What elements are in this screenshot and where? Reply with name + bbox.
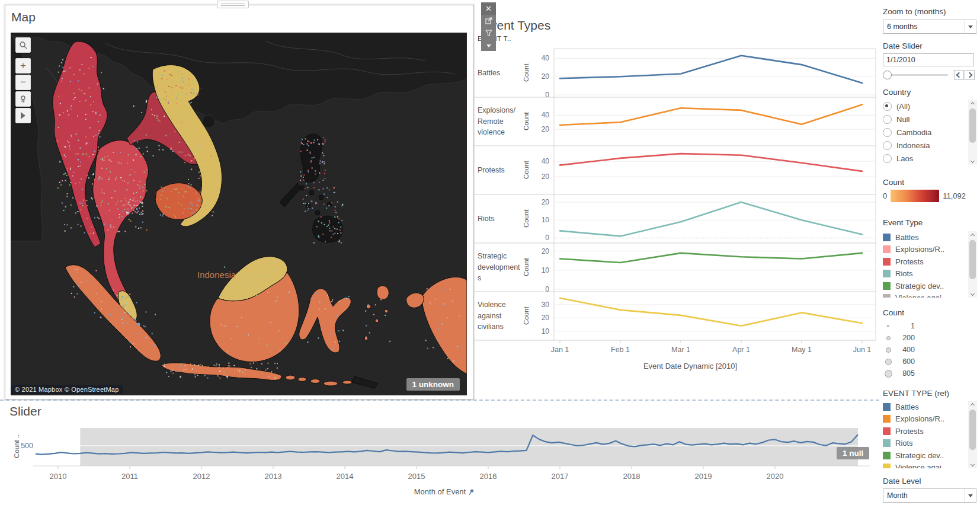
chevron-right-icon [967,72,973,78]
line-violence-against-civilians[interactable] [560,298,862,326]
legend-item-explosions-r-[interactable]: Explosions/R.. [883,244,965,256]
svg-text:Mar 1: Mar 1 [671,346,690,354]
radio-option-null[interactable]: Null [883,113,965,126]
dropdown-button[interactable] [965,489,976,502]
radio-button[interactable] [883,102,892,111]
line-battles[interactable] [560,56,862,83]
legend-item-protests[interactable]: Protests [883,425,965,437]
legend-item-violence-agai-[interactable]: Violence agai.. [883,462,965,469]
export-button[interactable] [481,15,496,27]
scroll-up-button[interactable] [968,231,977,239]
svg-text:10: 10 [542,327,550,336]
export-icon [485,17,492,24]
radio-option-all[interactable]: (All) [883,100,965,113]
size-label: 400 [897,346,915,354]
legend-swatch [883,258,891,266]
legend-item-protests[interactable]: Protests [883,255,965,268]
legend-swatch [883,427,891,435]
radio-button[interactable] [883,141,892,150]
svg-text:40: 40 [542,54,550,62]
slider-track[interactable] [884,74,948,76]
chevron-up-icon [971,101,975,106]
scroll-down-button[interactable] [968,460,977,468]
null-count-badge[interactable]: 1 null [837,447,869,459]
unknown-count-badge[interactable]: 1 unknown [406,378,460,391]
selection-band [80,428,858,466]
scrollbar-thumb[interactable] [969,240,976,279]
close-button[interactable]: ✕ [481,2,496,15]
legend-swatch [883,415,891,423]
more-options-button[interactable] [481,39,496,52]
line-protests[interactable] [560,154,862,171]
map-viewport[interactable]: Indonesia + − © 2021 Mapbox © OpenStreet… [11,33,467,395]
legend-item-strategic-dev-[interactable]: Strategic dev.. [883,449,965,462]
step-forward-button[interactable] [965,70,975,80]
slider-thumb[interactable] [883,71,892,79]
radio-option-laos[interactable]: Laos [883,152,965,165]
legend-item-battles[interactable]: Battles [883,231,965,244]
scroll-down-button[interactable] [968,156,977,165]
radio-button[interactable] [883,154,892,163]
radio-button[interactable] [883,128,892,137]
scroll-up-button[interactable] [968,401,977,409]
window-grip-handle[interactable] [217,1,249,8]
filter-button[interactable] [481,27,496,39]
size-dot [885,359,892,365]
chevron-up-icon [971,233,975,237]
scrollbar-thumb[interactable] [969,108,976,143]
indonesia-map-label: Indonesia [197,270,236,280]
line-riots[interactable] [560,202,862,236]
legend-swatch [883,270,891,277]
filter-sidebar: Zoom to (months) 6 months Date Slider Co… [880,0,980,508]
dropdown-button[interactable] [965,20,976,33]
legend-item-strategic-dev-[interactable]: Strategic dev.. [883,280,965,292]
legend-scrollbar[interactable] [968,231,977,298]
legend-swatch [883,452,891,459]
legend-item-violence-agai-[interactable]: Violence agai.. [883,292,965,298]
country-radio-list: (All)NullCambodiaIndonesiaLaos [883,100,965,165]
pin-button[interactable] [15,91,31,107]
date-input[interactable] [883,53,974,66]
row-label-battles: Battles [478,49,520,97]
legend-label: Violence agai.. [895,293,946,298]
date-range-slider [883,70,975,79]
legend-item-battles[interactable]: Battles [883,401,965,413]
scrollbar-thumb[interactable] [969,410,976,450]
map-attribution: © 2021 Mapbox © OpenStreetMap [11,385,123,394]
scroll-down-button[interactable] [968,289,977,298]
event-type-ref-legend: BattlesExplosions/R..ProtestsRiotsStrate… [883,401,965,468]
year-tick-label: 2013 [265,472,282,481]
zoom-to-dropdown[interactable]: 6 months [883,20,976,34]
southeast-asia-map[interactable]: Indonesia [11,33,467,395]
line-strategic-developments[interactable] [560,253,862,263]
legend-item-riots[interactable]: Riots [883,268,965,280]
radio-option-indonesia[interactable]: Indonesia [883,139,965,152]
small-multiples-svg[interactable]: 02040204020400102001020102030Jan 1Feb 1M… [474,45,879,377]
count-axis-label: Count [521,243,531,292]
radio-label: Laos [896,154,913,163]
svg-text:0: 0 [545,285,549,293]
radio-label: Null [896,115,909,124]
legend-item-explosions-r-[interactable]: Explosions/R.. [883,413,965,426]
map-search-button[interactable] [15,37,31,53]
legend-item-riots[interactable]: Riots [883,437,965,450]
country-scrollbar[interactable] [968,100,977,165]
ref-legend-scrollbar[interactable] [968,401,977,468]
zoom-in-button[interactable]: + [15,58,31,74]
scroll-up-button[interactable] [968,100,977,108]
year-tick-label: 2016 [480,472,497,481]
radio-option-cambodia[interactable]: Cambodia [883,126,965,139]
gradient-min-label: 0 [883,191,887,200]
date-level-dropdown[interactable]: Month [883,488,976,503]
radio-button[interactable] [883,115,892,124]
size-label: 805 [897,369,915,378]
map-panel: Map [5,5,474,400]
legend-swatch [883,403,891,411]
size-legend-item-400: 400 [883,344,975,356]
zoom-out-button[interactable]: − [15,75,31,90]
line-explosions-remote-violence[interactable] [560,104,862,125]
step-back-button[interactable] [954,70,964,80]
color-gradient-bar[interactable] [891,190,939,202]
pan-button[interactable] [15,108,31,123]
svg-text:Apr 1: Apr 1 [732,346,750,354]
